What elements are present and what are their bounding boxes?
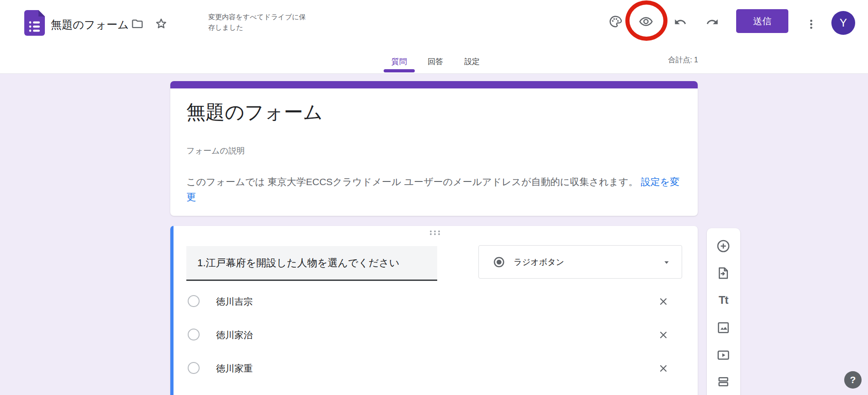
more-vertical-icon[interactable] — [801, 14, 821, 34]
email-collection-notice: このフォームでは 東京大学ECCSクラウドメール ユーザーのメールアドレスが自動… — [186, 174, 683, 204]
option-row: 徳川家治 — [170, 328, 698, 342]
google-forms-editor: 無題のフォーム 変更内容をすべてドライブに保存しました — [0, 0, 868, 395]
move-to-folder-icon[interactable] — [129, 16, 146, 32]
dropdown-caret-icon — [662, 257, 672, 267]
question-title-text: 1.江戸幕府を開設した人物を選んでください — [197, 246, 426, 280]
insert-toolbar: Tt — [707, 228, 740, 395]
text-tool-glyph: Tt — [719, 294, 728, 307]
star-icon[interactable] — [152, 15, 170, 33]
question-card: 1.江戸幕府を開設した人物を選んでください ラジオボタン 徳川吉宗 — [170, 226, 698, 395]
undo-icon[interactable] — [670, 12, 690, 32]
help-glyph: ? — [850, 374, 856, 385]
remove-option-icon[interactable] — [656, 362, 670, 375]
add-title-text-icon[interactable]: Tt — [713, 290, 733, 310]
theme-palette-icon[interactable] — [605, 11, 625, 32]
tab-settings[interactable]: 設定 — [456, 49, 488, 74]
question-type-dropdown[interactable]: ラジオボタン — [478, 245, 682, 279]
tab-questions[interactable]: 質問 — [384, 49, 415, 74]
import-questions-icon[interactable] — [713, 263, 733, 283]
insert-image-icon[interactable] — [713, 318, 733, 338]
add-section-icon[interactable] — [713, 372, 733, 392]
option-radio-circle[interactable] — [188, 362, 200, 374]
option-row: 徳川吉宗 — [170, 295, 698, 308]
help-icon[interactable]: ? — [844, 371, 862, 389]
drag-handle-icon[interactable] — [427, 229, 443, 237]
option-label[interactable]: 徳川家治 — [216, 329, 253, 341]
form-header-card: 無題のフォーム フォームの説明 このフォームでは 東京大学ECCSクラウドメール… — [170, 81, 698, 216]
option-row: 徳川家重 — [170, 362, 698, 375]
option-radio-circle[interactable] — [188, 329, 200, 340]
option-label[interactable]: 徳川吉宗 — [216, 296, 253, 308]
google-forms-logo-icon[interactable] — [24, 10, 45, 36]
total-points-label: 合計点: 1 — [668, 55, 698, 65]
option-label[interactable]: 徳川家重 — [216, 362, 253, 375]
account-avatar[interactable]: Y — [831, 11, 855, 35]
preview-eye-icon[interactable] — [636, 11, 656, 32]
redo-icon[interactable] — [702, 12, 722, 32]
send-button[interactable]: 送信 — [736, 9, 788, 33]
save-status-text: 変更内容をすべてドライブに保存しました — [208, 11, 309, 33]
add-video-icon[interactable] — [713, 345, 733, 365]
document-title[interactable]: 無題のフォーム — [51, 17, 129, 32]
theme-color-bar — [170, 81, 698, 88]
radio-button-type-icon — [493, 256, 505, 269]
app-bar: 無題のフォーム 変更内容をすべてドライブに保存しました — [0, 0, 868, 74]
option-radio-circle[interactable] — [188, 295, 200, 307]
notice-text: このフォームでは 東京大学ECCSクラウドメール ユーザーのメールアドレスが自動… — [186, 176, 638, 187]
tab-responses[interactable]: 回答 — [420, 49, 451, 74]
add-question-icon[interactable] — [713, 236, 733, 256]
remove-option-icon[interactable] — [656, 328, 670, 342]
question-type-label: ラジオボタン — [514, 257, 564, 268]
avatar-initial: Y — [840, 16, 847, 29]
form-title-input[interactable]: 無題のフォーム — [186, 99, 323, 125]
question-title-input[interactable]: 1.江戸幕府を開設した人物を選んでください — [186, 246, 437, 281]
form-description-input[interactable]: フォームの説明 — [186, 145, 245, 156]
remove-option-icon[interactable] — [656, 295, 670, 308]
